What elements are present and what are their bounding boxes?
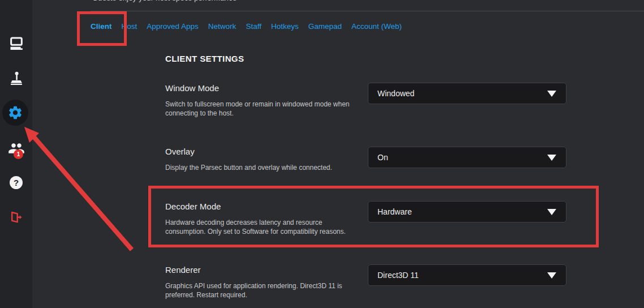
page-title: CLIENT SETTINGS (165, 54, 244, 63)
settings-tabbar: Client Host Approved Apps Network Staff … (91, 22, 402, 31)
renderer-dropdown[interactable]: Direct3D 11 (368, 264, 566, 286)
clipped-header-text: Guests enjoy your host specs performance (92, 0, 237, 2)
tabbar-divider (91, 11, 644, 11)
window-mode-label: Window Mode (165, 83, 219, 93)
overlay-value: On (377, 153, 388, 162)
sidebar-item-settings[interactable] (2, 100, 28, 126)
arcade-icon (8, 70, 24, 86)
sidebar-item-computers[interactable] (0, 36, 32, 52)
tab-approved-apps[interactable]: Approved Apps (147, 22, 199, 31)
chevron-down-icon (547, 155, 556, 161)
tab-hotkeys[interactable]: Hotkeys (271, 22, 299, 31)
friends-notification-badge: 1 (14, 149, 23, 159)
overlay-description: Display the Parsec button and overlay wh… (165, 163, 358, 172)
window-mode-description: Switch to fullscreen mode or remain in w… (165, 100, 358, 118)
logout-icon (8, 209, 24, 225)
tab-client[interactable]: Client (91, 22, 112, 31)
tab-host[interactable]: Host (122, 22, 138, 31)
window-mode-value: Windowed (377, 89, 414, 98)
overlay-label: Overlay (165, 147, 195, 156)
decoder-mode-description: Hardware decoding decreases latency and … (165, 218, 358, 236)
chevron-down-icon (547, 91, 556, 97)
sidebar-item-logout[interactable] (0, 209, 32, 225)
chevron-down-icon (547, 272, 556, 279)
help-icon: ? (10, 176, 23, 189)
renderer-description: Graphics API used for application render… (165, 281, 358, 300)
chevron-down-icon (547, 209, 556, 215)
settings-gear-icon (7, 105, 23, 121)
renderer-value: Direct3D 11 (377, 271, 419, 280)
sidebar-item-help[interactable]: ? (0, 176, 32, 189)
decoder-mode-value: Hardware (377, 207, 412, 216)
decoder-mode-label: Decoder Mode (165, 202, 221, 211)
sidebar: 1 ? (0, 0, 32, 308)
window-mode-dropdown[interactable]: Windowed (368, 83, 566, 104)
sidebar-item-arcade[interactable] (0, 70, 32, 86)
tab-gamepad[interactable]: Gamepad (308, 22, 342, 31)
renderer-label: Renderer (165, 265, 201, 275)
tab-staff[interactable]: Staff (246, 22, 261, 31)
overlay-dropdown[interactable]: On (368, 147, 566, 168)
tab-network[interactable]: Network (208, 22, 237, 31)
parsec-settings-window: { "page": { "clipped_top_text": "Guests … (0, 0, 644, 308)
decoder-mode-dropdown[interactable]: Hardware (368, 201, 566, 223)
computers-icon (8, 36, 24, 52)
tab-account-web[interactable]: Account (Web) (351, 22, 402, 31)
